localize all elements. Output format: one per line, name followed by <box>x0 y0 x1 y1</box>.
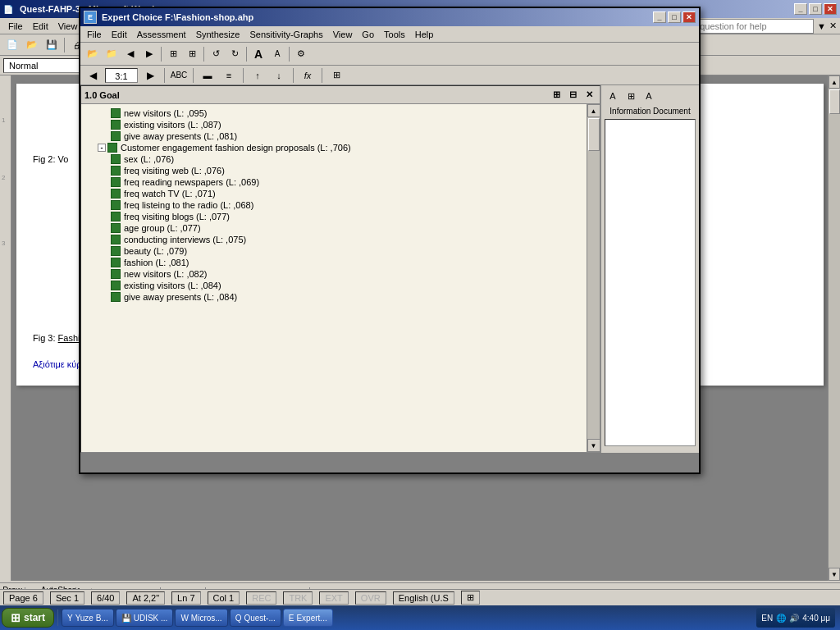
taskbar-expert-button[interactable]: E Expert... <box>283 609 333 627</box>
ec-priority-up-button[interactable]: ↑ <box>249 66 267 84</box>
ec-goal-icon1[interactable]: ⊞ <box>549 88 564 103</box>
info-doc-box[interactable] <box>605 119 696 446</box>
ec-panel-icon3[interactable]: A <box>641 89 657 103</box>
ec-sep3 <box>246 47 247 62</box>
tree-item[interactable]: sex (L: ,076) <box>81 153 587 165</box>
ec-menu-file[interactable]: File <box>82 28 107 41</box>
ec-main-panel: 1.0 Goal ⊞ ⊟ ✕ new visitors (L: ,095)exi… <box>80 85 600 453</box>
ec-minimize-button[interactable]: _ <box>653 11 666 23</box>
tree-item[interactable]: freq visiting web (L: ,076) <box>81 165 587 176</box>
tree-item[interactable]: give away presents (L: ,084) <box>81 291 587 303</box>
quest-icon: Q <box>235 614 242 623</box>
taskbar-yuze-button[interactable]: Y Yuze B... <box>62 609 114 627</box>
ec-scroll-up-button[interactable]: ▲ <box>587 104 600 117</box>
ec-menu-view[interactable]: View <box>328 28 358 41</box>
ec-menu-tools[interactable]: Tools <box>379 28 410 41</box>
leaf-icon <box>111 200 121 210</box>
ec-menu-go[interactable]: Go <box>357 28 379 41</box>
ec-menu-help[interactable]: Help <box>410 28 439 41</box>
tree-item[interactable]: existing visitors (L: ,087) <box>81 119 587 130</box>
tree-item-label: give away presents (L: ,084) <box>124 292 237 302</box>
ec-scroll-down-button[interactable]: ▼ <box>587 439 600 452</box>
scroll-up-button[interactable]: ▲ <box>829 75 840 89</box>
taskbar-udisk-button[interactable]: 💾 UDISK ... <box>116 609 174 627</box>
lang-indicator: EN <box>761 614 773 623</box>
ec-goal-icon3[interactable]: ✕ <box>582 88 596 103</box>
volume-icon: 🔊 <box>789 614 799 623</box>
tree-item[interactable]: conducting interviews (L: ,075) <box>81 234 587 245</box>
help-search-button[interactable]: ▼ <box>817 21 826 31</box>
tree-item-label: existing visitors (L: ,084) <box>124 281 221 290</box>
ec-table-button[interactable]: ⊞ <box>327 66 345 84</box>
ec-menu-assessment[interactable]: Assessment <box>132 28 191 41</box>
word-menu-view[interactable]: View <box>53 20 83 33</box>
leaf-icon <box>111 292 121 302</box>
tree-item[interactable]: -Customer engagement fashion design prop… <box>81 142 587 153</box>
ec-panel-icon2[interactable]: ⊞ <box>623 89 639 103</box>
ec-scroll-thumb[interactable] <box>588 118 600 151</box>
scroll-down-button[interactable]: ▼ <box>829 568 840 581</box>
ec-settings-button[interactable]: ⚙ <box>292 45 310 63</box>
tree-item[interactable]: existing visitors (L: ,084) <box>81 280 587 291</box>
taskbar-word-button[interactable]: W Micros... <box>175 609 227 627</box>
ec-menu-synthesize[interactable]: Synthesize <box>191 28 245 41</box>
tree-item[interactable]: age group (L: ,077) <box>81 222 587 234</box>
tree-item-label: give away presents (L: ,081) <box>124 131 237 141</box>
collapse-button[interactable]: - <box>98 144 106 152</box>
ec-nav-left-button[interactable]: ◀ <box>84 66 102 84</box>
ec-tree-scrollbar[interactable]: ▲ ▼ <box>587 104 600 452</box>
ec-menu-sensitivity[interactable]: Sensitivity-Graphs <box>244 28 327 41</box>
tree-item[interactable]: fashion (L: ,081) <box>81 257 587 268</box>
ec-view1-button[interactable]: ▬ <box>199 66 217 84</box>
taskbar-quest-button[interactable]: Q Quest-... <box>230 609 281 627</box>
ec-goal-bar: 1.0 Goal ⊞ ⊟ ✕ <box>81 86 600 104</box>
ec-open-button[interactable]: 📂 <box>84 45 102 63</box>
ec-menu-edit[interactable]: Edit <box>107 28 132 41</box>
ec-maximize-button[interactable]: □ <box>668 11 681 23</box>
ec-open2-button[interactable]: 📁 <box>103 45 121 63</box>
tree-item[interactable]: new visitors (L: ,082) <box>81 268 587 280</box>
ec-nav-right-button[interactable]: ▶ <box>141 66 159 84</box>
tree-item[interactable]: beauty (L: ,079) <box>81 245 587 257</box>
tree-item[interactable]: new visitors (L: ,095) <box>81 107 587 119</box>
tree-item[interactable]: freq visiting blogs (L: ,077) <box>81 211 587 222</box>
status-sec: Sec 1 <box>50 591 84 605</box>
leaf-icon <box>111 189 121 199</box>
ec-priority-down-button[interactable]: ↓ <box>270 66 288 84</box>
start-button[interactable]: ⊞ start <box>2 608 54 628</box>
ec-export-button[interactable]: ⊞ <box>164 45 182 63</box>
word-menu-file[interactable]: File <box>3 20 28 33</box>
open-button[interactable]: 📂 <box>23 36 41 54</box>
taskbar-sep1 <box>57 609 58 626</box>
ec-close-button[interactable]: ✕ <box>682 11 696 23</box>
ec-left-button[interactable]: ◀ <box>121 45 139 63</box>
word-maximize-button[interactable]: □ <box>809 3 822 15</box>
word-menu-edit[interactable]: Edit <box>28 20 53 33</box>
ec-expand-button[interactable]: ⊞ <box>183 45 201 63</box>
ec-font-small-button[interactable]: A <box>268 45 286 63</box>
tree-item[interactable]: freq listeing to the radio (L: ,068) <box>81 199 587 211</box>
leaf-icon <box>111 281 121 290</box>
ec-refresh2-button[interactable]: ↻ <box>226 45 244 63</box>
help-close-icon[interactable]: ✕ <box>829 21 837 31</box>
leaf-icon <box>111 166 121 176</box>
scroll-thumb[interactable] <box>829 89 840 114</box>
ec-right-panel: A ⊞ A Information Document <box>600 85 699 453</box>
tree-item[interactable]: give away presents (L: ,081) <box>81 130 587 142</box>
new-doc-button[interactable]: 📄 <box>3 36 21 54</box>
ec-titlebar: E Expert Choice F:\Fashion-shop.ahp _ □ … <box>80 8 699 26</box>
word-right-scrollbar[interactable]: ▲ ▼ <box>828 75 840 581</box>
ec-right-button[interactable]: ▶ <box>140 45 158 63</box>
tree-item[interactable]: freq reading newspapers (L: ,069) <box>81 176 587 188</box>
tree-item[interactable]: freq watch TV (L: ,071) <box>81 188 587 199</box>
ec-abc-button[interactable]: ABC <box>170 66 188 84</box>
word-minimize-button[interactable]: _ <box>794 3 807 15</box>
ec-goal-icon2[interactable]: ⊟ <box>565 88 580 103</box>
word-close-button[interactable]: ✕ <box>824 3 837 15</box>
ec-font-large-button[interactable]: A <box>249 45 267 63</box>
ec-panel-icon1[interactable]: A <box>605 89 621 103</box>
ec-formula-button[interactable]: fx <box>299 66 317 84</box>
save-button[interactable]: 💾 <box>43 36 61 54</box>
ec-view2-button[interactable]: ≡ <box>220 66 238 84</box>
ec-refresh-button[interactable]: ↺ <box>207 45 225 63</box>
